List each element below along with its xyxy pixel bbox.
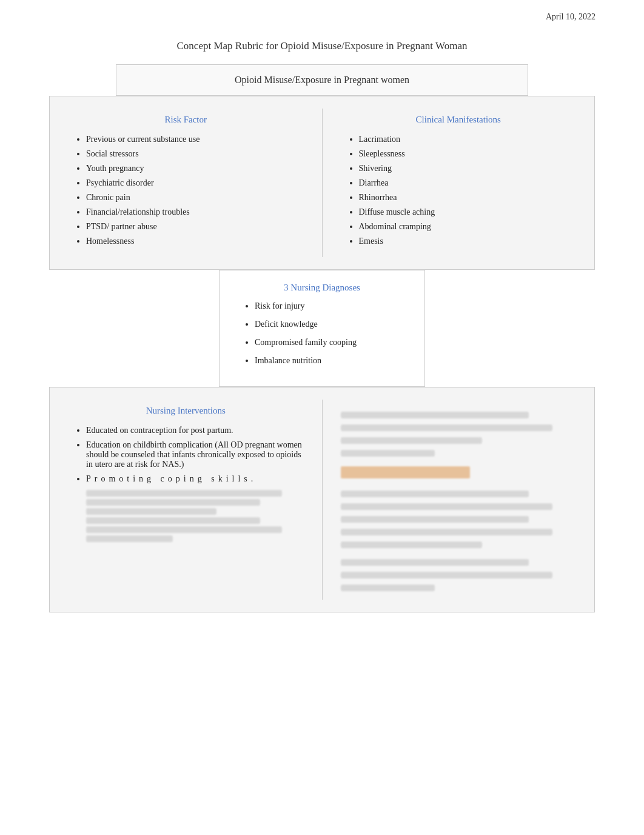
list-item: Lacrimation <box>359 135 577 144</box>
list-item: Education on childbirth complication (Al… <box>86 440 304 469</box>
list-item: Emesis <box>359 236 577 246</box>
clinical-manifestations-title: Clinical Manifestations <box>341 115 577 125</box>
list-item: Previous or current substance use <box>86 135 304 144</box>
list-item: Risk for injury <box>255 301 406 311</box>
list-item: PTSD/ partner abuse <box>86 222 304 232</box>
list-item: Rhinorrhea <box>359 193 577 203</box>
risk-factor-panel: Risk Factor Previous or current substanc… <box>50 109 323 257</box>
nursing-interventions-panel: Nursing Interventions Educated on contra… <box>50 400 323 600</box>
list-item: Chronic pain <box>86 193 304 203</box>
right-blurred-panel <box>323 400 595 600</box>
topic-box: Opioid Misuse/Exposure in Pregnant women <box>116 64 528 96</box>
nursing-diagnoses-box: 3 Nursing Diagnoses Risk for injury Defi… <box>219 270 425 387</box>
list-item: Youth pregnancy <box>86 164 304 173</box>
list-item: Shivering <box>359 164 577 173</box>
nursing-diagnoses-list: Risk for injury Deficit knowledge Compro… <box>238 301 406 366</box>
middle-section: 3 Nursing Diagnoses Risk for injury Defi… <box>49 270 595 387</box>
nursing-interventions-list: Educated on contraception for post partu… <box>68 426 304 542</box>
date-label: April 10, 2022 <box>36 12 608 22</box>
list-item: Diffuse muscle aching <box>359 207 577 217</box>
nursing-interventions-title: Nursing Interventions <box>68 406 304 416</box>
list-item: Deficit knowledge <box>255 320 406 329</box>
list-item: Psychiatric disorder <box>86 178 304 188</box>
list-item: Imbalance nutrition <box>255 356 406 366</box>
list-item: Financial/relationship troubles <box>86 207 304 217</box>
list-item: Homelessness <box>86 236 304 246</box>
nursing-diagnoses-title: 3 Nursing Diagnoses <box>238 283 406 293</box>
list-item: Promoting coping skills. <box>86 474 304 484</box>
list-item: Compromised family cooping <box>255 338 406 347</box>
risk-factor-list: Previous or current substance use Social… <box>68 135 304 246</box>
risk-factor-title: Risk Factor <box>68 115 304 125</box>
clinical-manifestations-list: Lacrimation Sleeplessness Shivering Diar… <box>341 135 577 246</box>
list-item: Social stressors <box>86 149 304 159</box>
top-section: Risk Factor Previous or current substanc… <box>49 96 595 270</box>
list-item: Sleeplessness <box>359 149 577 159</box>
list-item: Abdominal cramping <box>359 222 577 232</box>
main-title: Concept Map Rubric for Opioid Misuse/Exp… <box>36 40 608 52</box>
clinical-manifestations-panel: Clinical Manifestations Lacrimation Slee… <box>323 109 595 257</box>
spaced-text: Promoting coping skills. <box>86 474 257 483</box>
list-item: Diarrhea <box>359 178 577 188</box>
bottom-section: Nursing Interventions Educated on contra… <box>49 387 595 612</box>
list-item: Educated on contraception for post partu… <box>86 426 304 435</box>
